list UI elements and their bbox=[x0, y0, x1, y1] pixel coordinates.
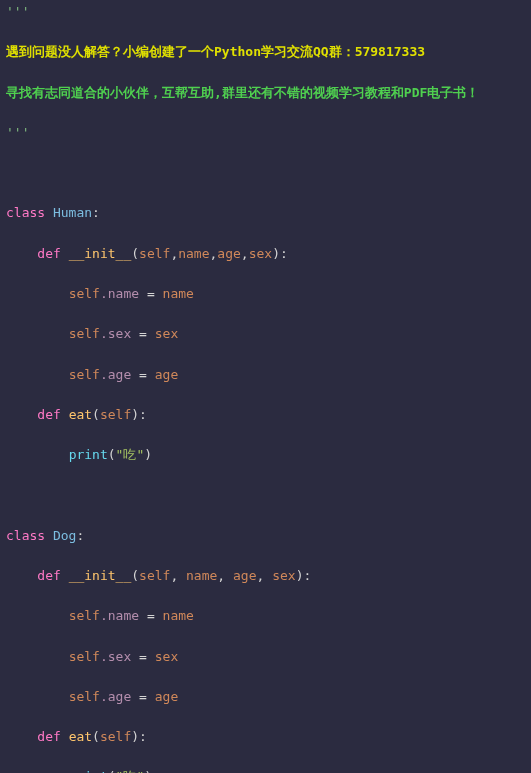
assign-name: self.name = name bbox=[6, 606, 525, 626]
assign-age: self.age = age bbox=[6, 687, 525, 707]
class-decl-human: class Human: bbox=[6, 203, 525, 223]
banner-line-2: 寻找有志同道合的小伙伴，互帮互助,群里还有不错的视频学习教程和PDF电子书！ bbox=[6, 83, 525, 103]
def-eat: def eat(self): bbox=[6, 405, 525, 425]
assign-name: self.name = name bbox=[6, 284, 525, 304]
blank-line bbox=[6, 163, 525, 183]
docstring-open: ''' bbox=[6, 2, 525, 22]
print-eat: print("吃") bbox=[6, 445, 525, 465]
class-decl-dog: class Dog: bbox=[6, 526, 525, 546]
print-eat: print("吃") bbox=[6, 767, 525, 773]
docstring-close: ''' bbox=[6, 123, 525, 143]
def-init: def __init__(self, name, age, sex): bbox=[6, 566, 525, 586]
code-block: ''' 遇到问题没人解答？小编创建了一个Python学习交流QQ群：579817… bbox=[6, 2, 525, 773]
blank-line bbox=[6, 485, 525, 505]
assign-age: self.age = age bbox=[6, 365, 525, 385]
assign-sex: self.sex = sex bbox=[6, 647, 525, 667]
def-eat: def eat(self): bbox=[6, 727, 525, 747]
def-init: def __init__(self,name,age,sex): bbox=[6, 244, 525, 264]
banner-line-1: 遇到问题没人解答？小编创建了一个Python学习交流QQ群：579817333 bbox=[6, 42, 525, 62]
assign-sex: self.sex = sex bbox=[6, 324, 525, 344]
